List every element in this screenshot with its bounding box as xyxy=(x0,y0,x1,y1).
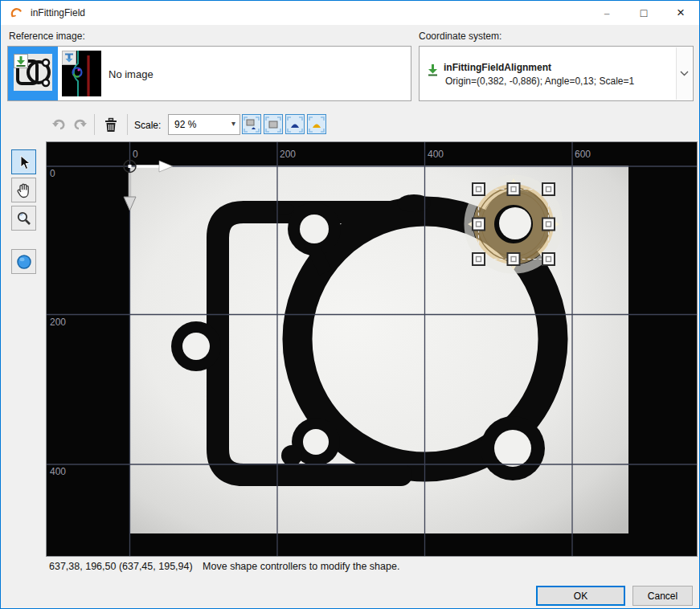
ruler-top-200: 200 xyxy=(280,149,296,160)
circle-shape-tool-button[interactable] xyxy=(11,249,36,274)
cancel-button[interactable]: Cancel xyxy=(632,586,693,606)
toolbar-separator xyxy=(127,114,128,135)
trash-icon xyxy=(104,117,117,133)
shape-handle[interactable] xyxy=(473,183,485,195)
status-bar: 637,38, 196,50 (637,45, 195,94) Move sha… xyxy=(49,561,399,572)
close-button[interactable]: × xyxy=(662,1,699,25)
import-image-icon xyxy=(14,54,28,68)
canvas-viewport[interactable]: 0 200 400 600 0 200 400 xyxy=(46,141,698,557)
ok-button[interactable]: OK xyxy=(536,586,625,606)
undo-button[interactable] xyxy=(49,115,68,134)
fit-shape-icon xyxy=(287,116,303,133)
fit-image-button[interactable] xyxy=(264,114,283,134)
zoom-tool-button[interactable] xyxy=(11,206,36,231)
reference-image-box: No image xyxy=(7,46,411,101)
shape-handle[interactable] xyxy=(508,253,520,265)
scale-label: Scale: xyxy=(134,120,161,131)
ruler-top-0: 0 xyxy=(133,149,138,160)
dialog-window: inFittingField – □ × Reference image: xyxy=(0,0,700,609)
magnifier-icon xyxy=(16,210,31,226)
coordinate-system-label: Coordinate system: xyxy=(419,31,501,42)
hand-icon xyxy=(16,182,31,198)
undo-icon xyxy=(51,118,67,131)
fit-shape-button[interactable] xyxy=(285,114,305,134)
redo-icon xyxy=(72,118,88,131)
ruler-top-600: 600 xyxy=(575,149,591,160)
shape-handle[interactable] xyxy=(508,183,520,195)
app-logo-icon xyxy=(10,6,23,20)
reference-thumbnail-selected[interactable] xyxy=(8,47,58,100)
maximize-button[interactable]: □ xyxy=(625,1,662,25)
coordinate-system-details: Origin=(0,382, -0,886); Angle=0,13; Scal… xyxy=(445,76,634,87)
redo-button[interactable] xyxy=(70,115,89,134)
shape-handle[interactable] xyxy=(542,183,555,195)
title-bar: inFittingField – □ × xyxy=(1,1,699,25)
toolbar-separator xyxy=(94,114,95,135)
fit-image-and-shape-button[interactable] xyxy=(242,114,261,134)
scale-value: 92 % xyxy=(174,119,196,130)
minimize-button[interactable]: – xyxy=(588,1,625,25)
cursor-coordinates: 637,38, 196,50 (637,45, 195,94) xyxy=(49,561,193,572)
status-hint: Move shape controllers to modify the sha… xyxy=(203,561,399,572)
select-tool-button[interactable] xyxy=(11,149,36,174)
fit-image-icon xyxy=(265,116,281,133)
pointer-icon xyxy=(17,154,31,170)
no-image-label: No image xyxy=(108,68,154,80)
ruler-top-400: 400 xyxy=(428,149,444,160)
pan-tool-button[interactable] xyxy=(11,178,36,202)
reference-thumbnail-profile[interactable] xyxy=(62,51,101,96)
ruler-left-200: 200 xyxy=(50,317,66,328)
fit-selection-button[interactable] xyxy=(307,114,326,134)
shape-handle[interactable] xyxy=(542,219,555,231)
shape-handle[interactable] xyxy=(473,253,485,265)
window-title: inFittingField xyxy=(31,7,85,18)
import-alignment-icon xyxy=(427,63,439,77)
fit-selection-icon xyxy=(309,116,325,133)
reference-image-label: Reference image: xyxy=(9,31,85,42)
ruler-left-0: 0 xyxy=(50,168,55,179)
chevron-down-icon[interactable] xyxy=(676,47,692,100)
coordinate-system-combobox[interactable]: inFittingFieldAlignment Origin=(0,382, -… xyxy=(419,46,694,101)
coordinate-system-name: inFittingFieldAlignment xyxy=(444,62,634,73)
canvas-view[interactable]: 0 200 400 600 0 200 400 xyxy=(47,142,697,556)
delete-shape-button[interactable] xyxy=(100,114,121,135)
ruler-left-400: 400 xyxy=(50,466,66,477)
scale-combobox[interactable]: 92 % ▾ xyxy=(168,114,240,135)
shape-handle[interactable] xyxy=(473,219,485,231)
fit-image-shape-icon xyxy=(244,116,260,133)
assign-profile-icon xyxy=(62,51,76,65)
dropdown-arrow-icon[interactable]: ▾ xyxy=(231,119,235,128)
shape-handle[interactable] xyxy=(542,253,555,265)
circle-tool-icon xyxy=(16,254,32,270)
